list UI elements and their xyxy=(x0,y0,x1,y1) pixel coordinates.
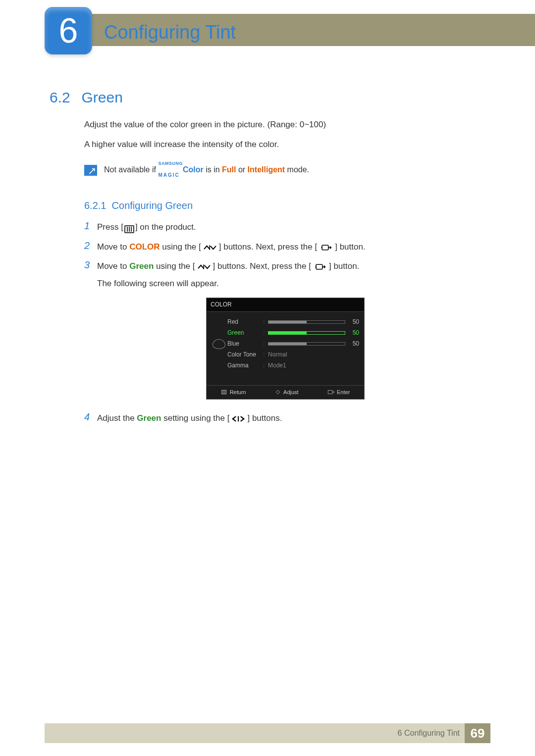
step-item: 1 Press [] on the product. xyxy=(84,220,485,234)
enter-icon xyxy=(311,262,329,272)
osd-slider xyxy=(268,342,345,346)
osd-title: COLOR xyxy=(207,298,364,312)
osd-row: Color Tone:Normal xyxy=(227,350,359,360)
osd-enter: Enter xyxy=(327,388,350,397)
osd-row-label: Red xyxy=(227,317,263,327)
step-number: 3 xyxy=(84,259,97,271)
osd-row-label: Gamma xyxy=(227,361,263,370)
footer-page-number: 69 xyxy=(465,723,490,743)
page-footer: 6 Configuring Tint 69 xyxy=(45,723,490,743)
section-title: Green xyxy=(81,89,122,105)
chapter-number-badge: 6 xyxy=(45,7,92,54)
osd-adjust: Adjust xyxy=(274,388,299,397)
osd-value: 50 xyxy=(345,317,359,327)
step-item: 3 Move to Green using the [] buttons. Ne… xyxy=(84,259,485,405)
chapter-title: Configuring Tint xyxy=(104,22,236,43)
osd-value-text: Normal xyxy=(268,350,287,359)
osd-screenshot: COLOR Red:50Green:50Blue:50Color Tone:No… xyxy=(206,298,365,400)
menu-button-icon xyxy=(123,224,135,234)
osd-category-icon xyxy=(211,317,227,371)
enter-icon xyxy=(317,243,335,252)
footer-chapter-label: 6 Configuring Tint xyxy=(398,729,460,738)
section-heading: 6.2 Green xyxy=(50,89,485,106)
paragraph: A higher value will increase the intensi… xyxy=(84,140,485,150)
subsection-heading: 6.2.1 Configuring Green xyxy=(84,200,485,211)
osd-value: 50 xyxy=(345,339,359,349)
note-icon xyxy=(84,165,97,176)
svg-rect-0 xyxy=(322,245,328,250)
osd-row-label: Blue xyxy=(227,339,263,349)
subsection-title: Configuring Green xyxy=(112,200,193,211)
step-item: 2 Move to COLOR using the [] buttons. Ne… xyxy=(84,240,485,253)
page-content: 6.2 Green Adjust the value of the color … xyxy=(50,89,485,425)
steps-list: 1 Press [] on the product. 2 Move to COL… xyxy=(84,220,485,425)
note-text: Not available if SAMSUNGMAGICColor is in… xyxy=(104,162,309,178)
step-number: 4 xyxy=(84,411,97,423)
note: Not available if SAMSUNGMAGICColor is in… xyxy=(84,162,485,178)
osd-value-text: Mode1 xyxy=(268,361,286,370)
up-down-icon xyxy=(195,262,213,272)
paragraph: Adjust the value of the color green in t… xyxy=(84,120,485,130)
osd-row: Blue:50 xyxy=(227,339,359,350)
step-number: 1 xyxy=(84,220,97,232)
osd-row-label: Green xyxy=(227,328,263,338)
osd-slider xyxy=(268,331,345,335)
osd-row: Red:50 xyxy=(227,317,359,328)
subsection-number: 6.2.1 xyxy=(84,200,106,211)
step-item: 4 Adjust the Green setting using the [] … xyxy=(84,411,485,425)
svg-rect-1 xyxy=(316,264,322,269)
osd-row-label: Color Tone xyxy=(227,350,263,359)
up-down-icon xyxy=(201,243,219,252)
osd-slider xyxy=(268,320,345,324)
step-number: 2 xyxy=(84,240,97,252)
osd-row: Gamma:Mode1 xyxy=(227,360,359,371)
osd-value: 50 xyxy=(345,328,359,338)
left-right-icon xyxy=(229,414,247,424)
svg-rect-6 xyxy=(328,390,332,394)
section-number: 6.2 xyxy=(50,89,79,106)
osd-row: Green:50 xyxy=(227,328,359,339)
osd-return: Return xyxy=(221,388,246,397)
osd-footer: Return Adjust Enter xyxy=(207,385,364,400)
